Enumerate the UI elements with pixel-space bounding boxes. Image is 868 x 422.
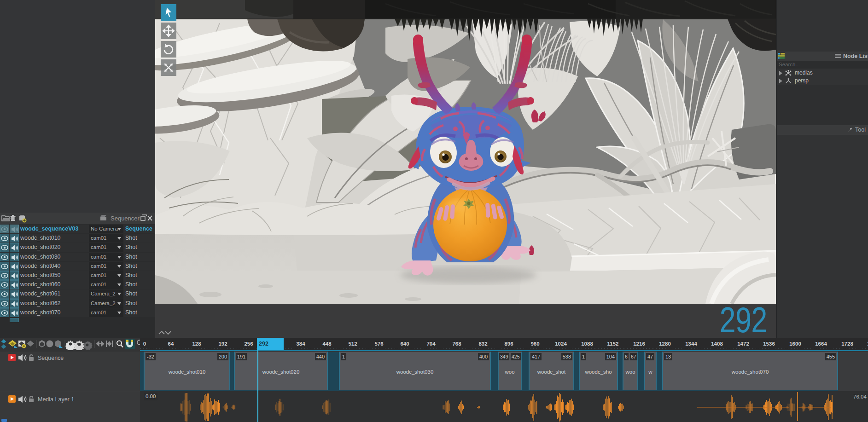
svg-text:Sequence: Sequence	[38, 355, 64, 361]
svg-text:Media Layer 1: Media Layer 1	[38, 396, 74, 403]
